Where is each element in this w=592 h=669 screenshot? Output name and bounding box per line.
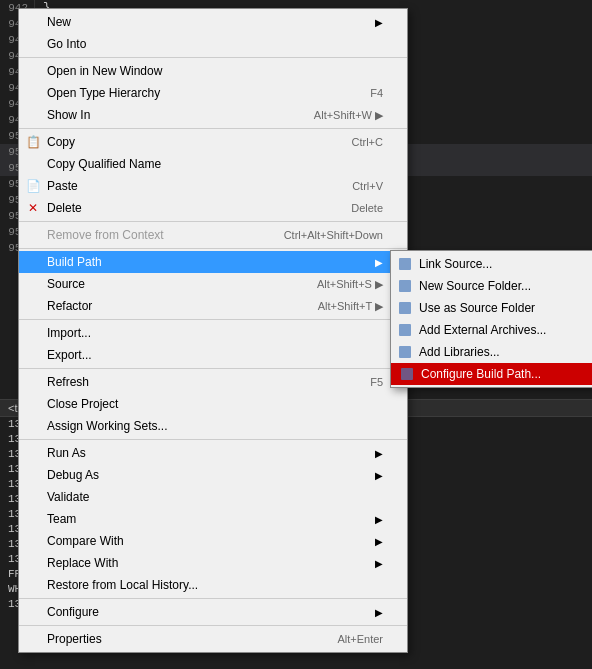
svg-rect-3 [399,324,411,336]
submenu-label: New Source Folder... [419,279,531,293]
menu-label: Delete [47,201,82,215]
menu-label: Run As [47,446,86,460]
menu-item-source[interactable]: SourceAlt+Shift+S ▶ [19,273,407,295]
build-path-submenu[interactable]: Link Source...New Source Folder...Use as… [390,250,592,388]
menu-item-configure[interactable]: Configure▶ [19,601,407,623]
submenu-item-configure-build-path[interactable]: Configure Build Path... [391,363,592,385]
submenu-item-add-libraries[interactable]: Add Libraries... [391,341,592,363]
menu-label: Open in New Window [47,64,162,78]
submenu-icon-use-as-source-folder [395,301,415,315]
menu-item-delete[interactable]: ✕DeleteDelete [19,197,407,219]
menu-item-restore-from-local-history[interactable]: Restore from Local History... [19,574,407,596]
submenu-arrow-icon: ▶ [375,470,383,481]
menu-item-go-into[interactable]: Go Into [19,33,407,55]
menu-item-open-in-new-window[interactable]: Open in New Window [19,60,407,82]
menu-item-assign-working-sets[interactable]: Assign Working Sets... [19,415,407,437]
submenu-icon-configure-build-path [397,367,417,381]
menu-label: Assign Working Sets... [47,419,168,433]
menu-item-refactor[interactable]: RefactorAlt+Shift+T ▶ [19,295,407,317]
menu-label: Refresh [47,375,89,389]
menu-item-debug-as[interactable]: Debug As▶ [19,464,407,486]
submenu-arrow-icon: ▶ [375,607,383,618]
submenu-label: Use as Source Folder [419,301,535,315]
submenu-arrow-icon: ▶ [375,448,383,459]
menu-item-validate[interactable]: Validate [19,486,407,508]
submenu-item-link-source[interactable]: Link Source... [391,253,592,275]
svg-rect-5 [401,368,413,380]
menu-label: Go Into [47,37,86,51]
menu-label: Restore from Local History... [47,578,198,592]
menu-item-copy-qualified-name[interactable]: Copy Qualified Name [19,153,407,175]
menu-item-close-project[interactable]: Close Project [19,393,407,415]
submenu-arrow-icon: ▶ [375,536,383,547]
menu-shortcut: F4 [370,87,383,99]
submenu-label: Add External Archives... [419,323,546,337]
menu-shortcut: Alt+Shift+S ▶ [317,278,383,291]
menu-label: Validate [47,490,89,504]
submenu-icon-add-external-archives [395,323,415,337]
menu-shortcut: Alt+Shift+W ▶ [314,109,383,122]
menu-label: Properties [47,632,102,646]
submenu-icon-new-source-folder [395,279,415,293]
menu-label: Open Type Hierarchy [47,86,160,100]
menu-separator [19,128,407,129]
submenu-label: Link Source... [419,257,492,271]
menu-item-build-path[interactable]: Build Path▶ [19,251,407,273]
menu-label: Copy Qualified Name [47,157,161,171]
submenu-icon-link-source [395,257,415,271]
menu-item-copy[interactable]: 📋CopyCtrl+C [19,131,407,153]
menu-icon-paste: 📄 [23,179,43,193]
menu-item-remove-from-context[interactable]: Remove from ContextCtrl+Alt+Shift+Down [19,224,407,246]
menu-separator [19,439,407,440]
menu-label: Show In [47,108,90,122]
menu-item-team[interactable]: Team▶ [19,508,407,530]
menu-icon-copy: 📋 [23,135,43,149]
submenu-item-add-external-archives[interactable]: Add External Archives... [391,319,592,341]
submenu-item-new-source-folder[interactable]: New Source Folder... [391,275,592,297]
context-menu[interactable]: New▶Go IntoOpen in New WindowOpen Type H… [18,8,408,653]
submenu-arrow-icon: ▶ [375,514,383,525]
menu-separator [19,319,407,320]
menu-label: Close Project [47,397,118,411]
menu-shortcut: Ctrl+Alt+Shift+Down [284,229,383,241]
menu-label: Compare With [47,534,124,548]
menu-label: Debug As [47,468,99,482]
menu-separator [19,625,407,626]
menu-label: Export... [47,348,92,362]
menu-label: Copy [47,135,75,149]
menu-shortcut: F5 [370,376,383,388]
menu-shortcut: Alt+Shift+T ▶ [318,300,383,313]
menu-shortcut: Ctrl+V [352,180,383,192]
menu-label: Build Path [47,255,102,269]
menu-label: Import... [47,326,91,340]
menu-item-show-in[interactable]: Show InAlt+Shift+W ▶ [19,104,407,126]
svg-rect-0 [399,258,411,270]
menu-shortcut: Ctrl+C [352,136,383,148]
menu-label: Replace With [47,556,118,570]
submenu-arrow-icon: ▶ [375,257,383,268]
svg-rect-1 [399,280,411,292]
menu-label: Refactor [47,299,92,313]
submenu-label: Add Libraries... [419,345,500,359]
menu-label: Configure [47,605,99,619]
svg-rect-4 [399,346,411,358]
menu-item-import[interactable]: Import... [19,322,407,344]
menu-item-paste[interactable]: 📄PasteCtrl+V [19,175,407,197]
menu-item-properties[interactable]: PropertiesAlt+Enter [19,628,407,650]
submenu-label: Configure Build Path... [421,367,541,381]
submenu-arrow-icon: ▶ [375,17,383,28]
menu-item-compare-with[interactable]: Compare With▶ [19,530,407,552]
menu-separator [19,248,407,249]
menu-item-new[interactable]: New▶ [19,11,407,33]
menu-item-refresh[interactable]: RefreshF5 [19,371,407,393]
menu-label: Remove from Context [47,228,164,242]
menu-separator [19,368,407,369]
submenu-item-use-as-source-folder[interactable]: Use as Source Folder [391,297,592,319]
menu-item-open-type-hierarchy[interactable]: Open Type HierarchyF4 [19,82,407,104]
menu-item-run-as[interactable]: Run As▶ [19,442,407,464]
menu-item-export[interactable]: Export... [19,344,407,366]
menu-separator [19,598,407,599]
submenu-arrow-icon: ▶ [375,558,383,569]
menu-item-replace-with[interactable]: Replace With▶ [19,552,407,574]
menu-icon-delete: ✕ [23,201,43,215]
